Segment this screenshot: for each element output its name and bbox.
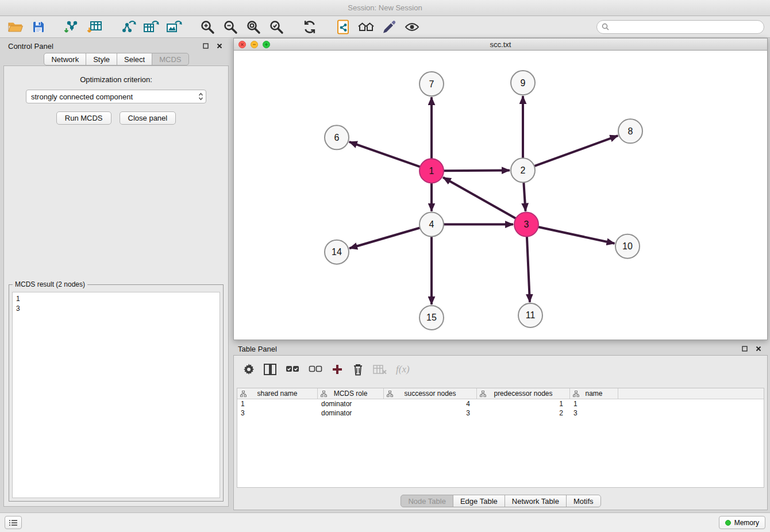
save-session-button[interactable] xyxy=(29,18,48,36)
graph-node-6[interactable]: 6 xyxy=(325,125,349,149)
save-icon xyxy=(32,20,45,34)
tab-motifs[interactable]: Motifs xyxy=(566,495,601,507)
annotations-button[interactable] xyxy=(379,18,399,36)
graph-node-2[interactable]: 2 xyxy=(511,158,535,182)
table-cell: 4 xyxy=(384,399,477,408)
close-table-panel-button[interactable] xyxy=(754,344,763,353)
svg-text:15: 15 xyxy=(426,313,437,322)
zoom-selected-button[interactable] xyxy=(267,18,286,36)
tab-mcds[interactable]: MCDS xyxy=(152,53,188,65)
title-bar: Session: New Session xyxy=(0,0,770,16)
float-panel-button[interactable] xyxy=(201,41,210,51)
zoom-selected-icon xyxy=(268,19,284,35)
unselect-all-button[interactable] xyxy=(309,361,322,378)
close-window-button[interactable] xyxy=(238,41,246,48)
column-settings-button[interactable] xyxy=(243,361,255,378)
column-header-mcds-role[interactable]: MCDS role xyxy=(318,388,384,399)
table-panel: Table Panel xyxy=(233,342,768,510)
gear-icon xyxy=(243,364,255,375)
close-panel-button[interactable] xyxy=(215,41,224,51)
close-icon xyxy=(240,43,244,47)
insert-column-button[interactable] xyxy=(264,361,276,378)
view-group xyxy=(333,18,422,36)
mcds-result-list[interactable]: 13 xyxy=(12,292,220,498)
minimize-window-button[interactable] xyxy=(251,41,258,48)
network-canvas[interactable]: 7968124314101511 xyxy=(234,51,767,340)
graph-node-1[interactable]: 1 xyxy=(419,159,444,183)
svg-text:10: 10 xyxy=(622,241,633,251)
table-cell: 1 xyxy=(477,399,570,408)
export-network-button[interactable] xyxy=(118,18,138,36)
graph-node-4[interactable]: 4 xyxy=(419,213,444,237)
graph-node-3[interactable]: 3 xyxy=(514,213,538,237)
refresh-icon xyxy=(302,19,318,35)
task-history-button[interactable] xyxy=(5,516,22,529)
maximize-window-button[interactable] xyxy=(263,41,270,48)
export-table-button[interactable] xyxy=(141,18,161,36)
control-panel-header: Control Panel xyxy=(3,39,229,53)
tab-node-table[interactable]: Node Table xyxy=(401,495,453,507)
edge-1-2[interactable] xyxy=(444,171,510,171)
clear-table-button[interactable] xyxy=(373,361,387,378)
close-icon xyxy=(217,43,222,49)
open-session-button[interactable] xyxy=(6,18,25,36)
import-network-button[interactable] xyxy=(62,18,82,36)
zoom-fit-button[interactable] xyxy=(244,18,263,36)
tab-network-table[interactable]: Network Table xyxy=(505,495,567,507)
run-mcds-button[interactable]: Run MCDS xyxy=(56,111,111,125)
houses-icon xyxy=(357,20,375,34)
close-mcds-panel-button[interactable]: Close panel xyxy=(120,111,176,125)
search-input[interactable] xyxy=(612,23,759,31)
graph-node-15[interactable]: 15 xyxy=(419,306,444,330)
memory-button[interactable]: Memory xyxy=(719,516,765,529)
float-table-panel-button[interactable] xyxy=(740,344,749,353)
edge-2-8[interactable] xyxy=(534,136,618,166)
table-row[interactable]: 1dominator411 xyxy=(237,399,764,408)
function-builder-button[interactable]: f(x) xyxy=(396,361,410,378)
svg-text:6: 6 xyxy=(334,133,340,142)
tab-network[interactable]: Network xyxy=(44,53,86,65)
graph-node-14[interactable]: 14 xyxy=(325,240,349,264)
mcds-result-title: MCDS result (2 nodes) xyxy=(13,280,87,288)
select-all-button[interactable] xyxy=(286,361,299,378)
network-window-titlebar[interactable]: scc.txt xyxy=(233,38,768,51)
zoom-in-button[interactable] xyxy=(198,18,217,36)
graph-node-10[interactable]: 10 xyxy=(615,234,640,259)
column-header-predecessor-nodes[interactable]: predecessor nodes xyxy=(477,388,570,399)
graph-node-9[interactable]: 9 xyxy=(511,71,535,95)
first-neighbors-button[interactable] xyxy=(356,18,376,36)
edge-1-6[interactable] xyxy=(349,142,420,167)
tab-select[interactable]: Select xyxy=(117,53,152,65)
export-network-icon xyxy=(120,20,136,34)
zoom-out-icon xyxy=(222,19,238,35)
control-panel-tabs: NetworkStyleSelectMCDS xyxy=(3,53,229,65)
edge-2-3[interactable] xyxy=(523,182,525,211)
graph-node-7[interactable]: 7 xyxy=(419,72,444,96)
network-window: scc.txt 7968124314101511 xyxy=(233,38,768,340)
edge-4-14[interactable] xyxy=(349,228,420,248)
table-cell: 3 xyxy=(384,408,477,418)
tab-style[interactable]: Style xyxy=(86,53,117,65)
edge-3-11[interactable] xyxy=(527,237,530,302)
show-hide-button[interactable] xyxy=(402,18,422,36)
edge-3-1[interactable] xyxy=(443,178,516,219)
column-header-shared-name[interactable]: shared name xyxy=(237,388,318,399)
graph-node-11[interactable]: 11 xyxy=(518,303,542,327)
edge-3-10[interactable] xyxy=(538,227,615,244)
zoom-out-button[interactable] xyxy=(221,18,240,36)
import-table-button[interactable] xyxy=(85,18,105,36)
delete-row-button[interactable] xyxy=(352,361,364,378)
select-arrows-icon xyxy=(198,92,203,101)
search-box[interactable] xyxy=(596,20,764,34)
criterion-select[interactable]: strongly connected component xyxy=(26,90,206,103)
add-row-button[interactable] xyxy=(332,361,343,378)
apply-layout-button[interactable] xyxy=(300,18,319,36)
network-overview-button[interactable] xyxy=(333,18,353,36)
column-header-name[interactable]: name xyxy=(570,388,618,399)
float-window-icon xyxy=(203,43,209,49)
tab-edge-table[interactable]: Edge Table xyxy=(453,495,505,507)
table-row[interactable]: 3dominator323 xyxy=(237,408,764,418)
column-header-successor-nodes[interactable]: successor nodes xyxy=(384,388,477,399)
graph-node-8[interactable]: 8 xyxy=(618,119,642,143)
export-image-button[interactable] xyxy=(164,18,184,36)
